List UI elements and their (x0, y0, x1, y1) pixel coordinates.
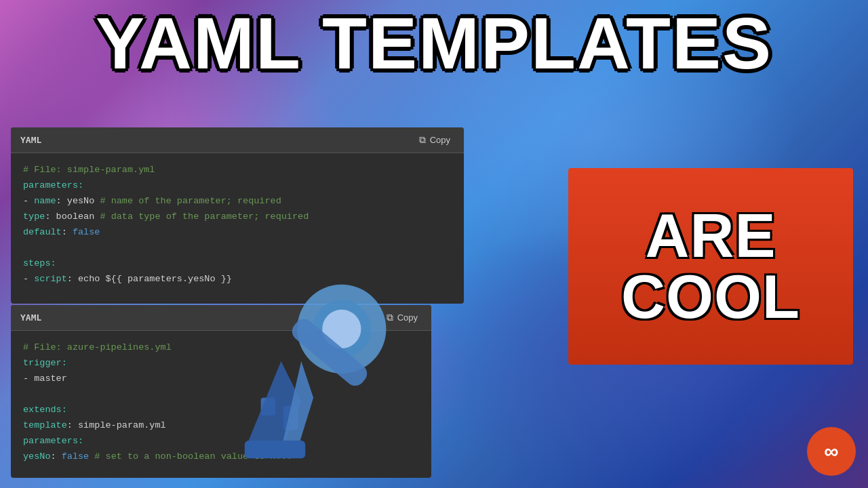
copy-icon-top: ⧉ (419, 134, 426, 146)
code-line: # File: simple-param.yml (23, 163, 452, 178)
panel-header-top: YAML ⧉ Copy (11, 127, 464, 153)
cool-line: COOL (621, 266, 800, 327)
code-line: type: boolean # data type of the paramet… (23, 209, 452, 225)
svg-rect-6 (245, 441, 305, 458)
code-line: default: false (23, 225, 452, 241)
brand-logo: ∞ (807, 427, 856, 476)
panel-lang-bottom: YAML (20, 312, 41, 323)
page-title: YAML TEMPLATES (0, 7, 868, 80)
code-line: - name: yesNo # name of the parameter; r… (23, 194, 452, 209)
copy-button-top[interactable]: ⧉ Copy (415, 133, 454, 147)
code-line: parameters: (23, 178, 452, 194)
copy-label-top: Copy (430, 135, 450, 145)
are-cool-text: ARE COOL (621, 205, 800, 327)
panel-lang-top: YAML (20, 135, 41, 145)
are-line: ARE (621, 205, 800, 266)
are-cool-panel: ARE COOL (568, 168, 853, 365)
code-line (23, 241, 452, 256)
devops-icon (231, 264, 420, 474)
brand-symbol: ∞ (824, 440, 838, 463)
